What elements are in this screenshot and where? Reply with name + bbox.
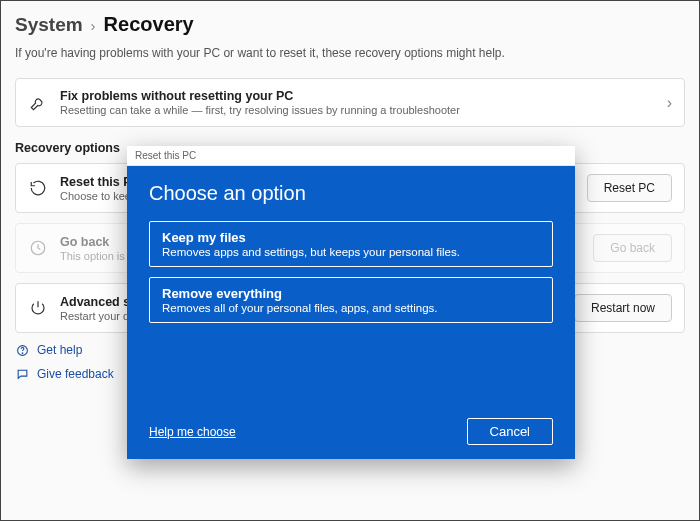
fix-problems-card[interactable]: Fix problems without resetting your PC R…	[15, 78, 685, 127]
option-remove-desc: Removes all of your personal files, apps…	[162, 302, 540, 314]
cancel-button[interactable]: Cancel	[467, 418, 553, 445]
page-subtitle: If you're having problems with your PC o…	[15, 46, 685, 60]
option-keep-my-files[interactable]: Keep my files Removes apps and settings,…	[149, 221, 553, 267]
settings-recovery-page: System › Recovery If you're having probl…	[0, 0, 700, 521]
get-help-label: Get help	[37, 343, 82, 357]
give-feedback-label: Give feedback	[37, 367, 114, 381]
history-icon	[28, 238, 48, 258]
wrench-icon	[28, 93, 48, 113]
option-remove-everything[interactable]: Remove everything Removes all of your pe…	[149, 277, 553, 323]
reset-pc-button[interactable]: Reset PC	[587, 174, 672, 202]
fix-problems-desc: Resetting can take a while — first, try …	[60, 104, 655, 116]
power-icon	[28, 298, 48, 318]
dialog-heading: Choose an option	[149, 182, 553, 205]
dialog-body: Choose an option Keep my files Removes a…	[127, 166, 575, 459]
chevron-right-icon: ›	[667, 94, 672, 112]
breadcrumb: System › Recovery	[15, 13, 685, 36]
help-me-choose-link[interactable]: Help me choose	[149, 425, 236, 439]
option-keep-desc: Removes apps and settings, but keeps you…	[162, 246, 540, 258]
svg-point-2	[22, 352, 23, 353]
reset-icon	[28, 178, 48, 198]
breadcrumb-parent[interactable]: System	[15, 14, 83, 36]
page-title: Recovery	[104, 13, 194, 36]
option-keep-title: Keep my files	[162, 230, 540, 245]
option-remove-title: Remove everything	[162, 286, 540, 301]
go-back-button: Go back	[593, 234, 672, 262]
help-icon	[15, 343, 29, 357]
restart-now-button[interactable]: Restart now	[574, 294, 672, 322]
fix-problems-title: Fix problems without resetting your PC	[60, 89, 655, 103]
dialog-window-title: Reset this PC	[127, 146, 575, 166]
chevron-right-icon: ›	[91, 17, 96, 34]
feedback-icon	[15, 367, 29, 381]
reset-pc-dialog: Reset this PC Choose an option Keep my f…	[127, 146, 575, 459]
